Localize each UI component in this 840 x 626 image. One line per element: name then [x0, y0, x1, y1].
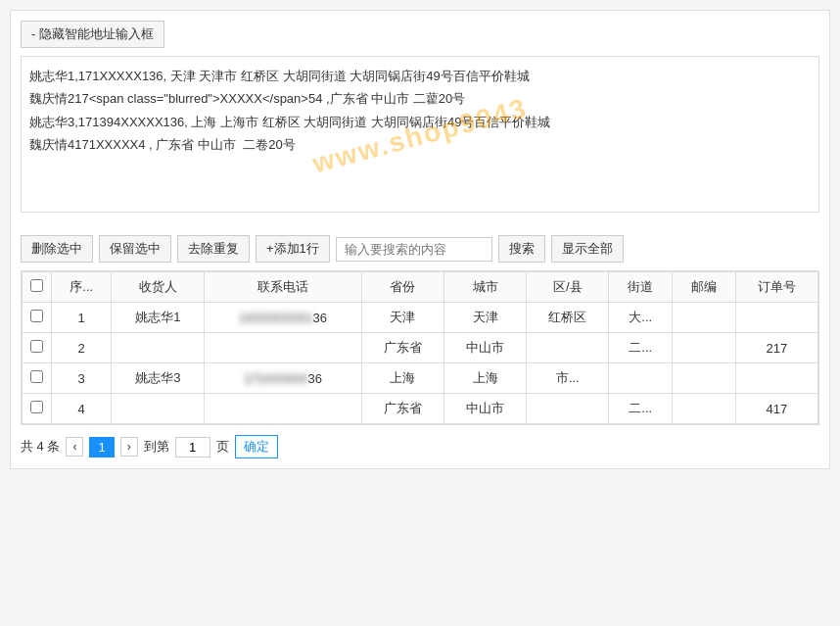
- cell-index: 1: [52, 303, 112, 333]
- keep-selected-btn[interactable]: 保留选中: [99, 235, 171, 263]
- cell-province: 天津: [361, 303, 443, 333]
- cell-zip: [673, 333, 736, 363]
- cell-city: 中山市: [444, 333, 527, 363]
- page-confirm-btn[interactable]: 确定: [235, 435, 278, 458]
- search-btn[interactable]: 搜索: [498, 235, 545, 263]
- data-table: 序... 收货人 联系电话 省份 城市 区/县 街道 邮编 订单号: [22, 271, 818, 424]
- cell-province: 广东省: [361, 394, 443, 424]
- cell-phone: 1XXXXXXX136: [205, 303, 361, 333]
- col-order: 订单号: [735, 272, 817, 303]
- pagination: 共 4 条 ‹ 1 › 到第 页 确定: [21, 435, 819, 458]
- add-row-btn[interactable]: +添加1行: [256, 235, 330, 263]
- cell-street: 二...: [609, 394, 673, 424]
- cell-district: 市...: [527, 363, 609, 394]
- cell-city: 天津: [444, 303, 527, 333]
- select-all-checkbox[interactable]: [30, 279, 43, 292]
- cell-phone: 171XXXXX36: [205, 363, 361, 394]
- cell-province: 上海: [361, 363, 443, 394]
- goto-label: 到第: [144, 438, 169, 456]
- table-row: 1 姚志华1 1XXXXXXX136 天津 天津 红桥区 大...: [23, 303, 818, 333]
- current-page: 1: [89, 437, 114, 457]
- row-checkbox[interactable]: [30, 370, 43, 383]
- cell-order: 217: [735, 333, 817, 363]
- table-section: 删除选中 保留选中 去除重复 +添加1行 搜索 显示全部 序... 收货人 联系…: [21, 235, 819, 458]
- cell-phone: [205, 333, 361, 363]
- row-checkbox-cell: [23, 333, 52, 363]
- col-province: 省份: [361, 272, 443, 303]
- cell-street: 大...: [609, 303, 673, 333]
- col-street: 街道: [609, 272, 673, 303]
- total-count: 共 4 条: [21, 438, 60, 456]
- row-checkbox[interactable]: [30, 340, 43, 353]
- search-input[interactable]: [336, 237, 492, 262]
- address-input-wrapper: 姚志华1,171XXXXX136, 天津 天津市 红桥区 大胡同街道 大胡同锅店…: [21, 56, 819, 216]
- cell-index: 3: [52, 363, 112, 394]
- cell-receiver: [112, 333, 205, 363]
- col-receiver: 收货人: [112, 272, 205, 303]
- row-checkbox[interactable]: [30, 401, 43, 413]
- cell-city: 上海: [444, 363, 527, 394]
- cell-receiver: 姚志华1: [112, 303, 205, 333]
- remove-duplicate-btn[interactable]: 去除重复: [177, 235, 250, 263]
- cell-phone: [205, 394, 361, 424]
- table-row: 4 广东省 中山市 二... 417: [23, 394, 818, 424]
- col-index: 序...: [52, 272, 112, 303]
- row-checkbox-cell: [23, 303, 52, 333]
- page-unit-label: 页: [216, 438, 229, 456]
- toolbar: 删除选中 保留选中 去除重复 +添加1行 搜索 显示全部: [21, 235, 819, 263]
- cell-order: [735, 363, 817, 394]
- col-phone: 联系电话: [205, 272, 361, 303]
- cell-receiver: [112, 394, 205, 424]
- table-header-row: 序... 收货人 联系电话 省份 城市 区/县 街道 邮编 订单号: [23, 272, 818, 303]
- col-zip: 邮编: [673, 272, 736, 303]
- cell-zip: [673, 394, 736, 424]
- row-checkbox[interactable]: [30, 310, 43, 322]
- address-textarea[interactable]: 姚志华1,171XXXXX136, 天津 天津市 红桥区 大胡同街道 大胡同锅店…: [21, 56, 819, 213]
- page-goto-input[interactable]: [175, 437, 210, 457]
- cell-zip: [673, 363, 736, 394]
- cell-index: 4: [52, 394, 112, 424]
- hide-address-btn[interactable]: - 隐藏智能地址输入框: [21, 21, 164, 48]
- col-district: 区/县: [527, 272, 609, 303]
- cell-district: [527, 394, 609, 424]
- header-checkbox-cell: [23, 272, 52, 303]
- data-table-container: 序... 收货人 联系电话 省份 城市 区/县 街道 邮编 订单号: [21, 270, 819, 425]
- cell-district: [527, 333, 609, 363]
- col-city: 城市: [444, 272, 527, 303]
- row-checkbox-cell: [23, 394, 52, 424]
- cell-city: 中山市: [444, 394, 527, 424]
- next-page-btn[interactable]: ›: [120, 437, 138, 457]
- prev-page-btn[interactable]: ‹: [66, 437, 83, 457]
- cell-receiver: 姚志华3: [112, 363, 205, 394]
- cell-street: 二...: [609, 333, 673, 363]
- cell-index: 2: [52, 333, 112, 363]
- cell-zip: [673, 303, 736, 333]
- cell-district: 红桥区: [527, 303, 609, 333]
- cell-order: [735, 303, 817, 333]
- show-all-btn[interactable]: 显示全部: [551, 235, 624, 263]
- table-row: 3 姚志华3 171XXXXX36 上海 上海 市...: [23, 363, 818, 394]
- cell-province: 广东省: [361, 333, 443, 363]
- cell-street: [609, 363, 673, 394]
- table-row: 2 广东省 中山市 二... 217: [23, 333, 818, 363]
- delete-selected-btn[interactable]: 删除选中: [21, 235, 93, 263]
- cell-order: 417: [735, 394, 817, 424]
- row-checkbox-cell: [23, 363, 52, 394]
